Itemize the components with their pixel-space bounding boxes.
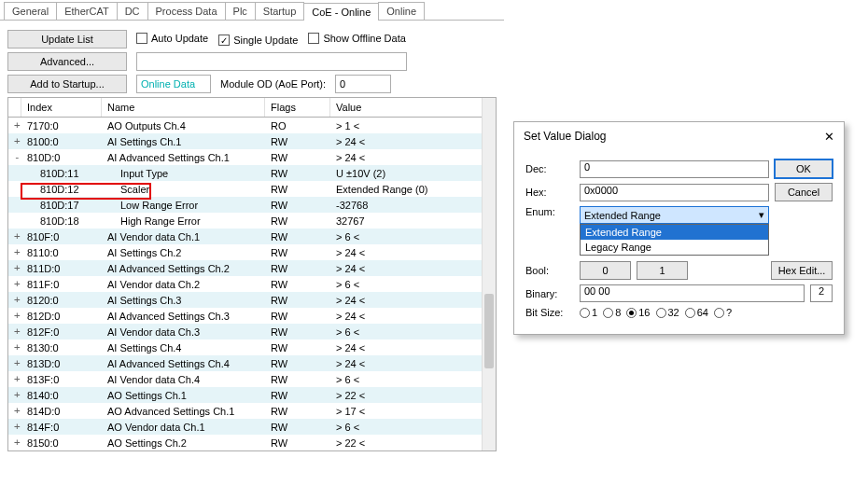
expand-icon[interactable]: +: [8, 135, 21, 147]
expand-icon[interactable]: +: [8, 357, 21, 369]
tab-general[interactable]: General: [4, 2, 57, 20]
binary-input[interactable]: 00 00: [580, 284, 805, 302]
table-row[interactable]: +812F:0AI Vendor data Ch.3RW> 6 <: [8, 324, 496, 340]
tab-process-data[interactable]: Process Data: [147, 2, 226, 20]
hex-edit-button[interactable]: Hex Edit...: [771, 261, 833, 280]
coe-table: Index Name Flags Value +7170:0AO Outputs…: [7, 97, 497, 451]
expand-icon[interactable]: +: [8, 421, 21, 433]
hex-label: Hex:: [525, 187, 574, 198]
col-flags[interactable]: Flags: [265, 98, 330, 117]
set-value-dialog: Set Value Dialog ✕ Dec: 0 OK Hex: 0x0000…: [513, 121, 845, 335]
online-data-field[interactable]: Online Data: [136, 75, 211, 93]
tab-plc[interactable]: Plc: [225, 2, 256, 20]
close-icon[interactable]: ✕: [824, 130, 834, 144]
show-offline-checkbox[interactable]: Show Offline Data: [308, 33, 405, 44]
table-row[interactable]: +814F:0AO Vendor data Ch.1RW> 6 <: [8, 419, 496, 435]
expand-icon[interactable]: +: [8, 436, 21, 449]
table-row[interactable]: +7170:0AO Outputs Ch.4RO> 1 <: [8, 118, 496, 133]
expand-icon[interactable]: -: [8, 151, 21, 163]
scrollbar[interactable]: [482, 98, 496, 450]
tab-coe-online[interactable]: CoE - Online: [303, 3, 379, 21]
col-name[interactable]: Name: [102, 98, 265, 117]
bitsize-radio-8[interactable]: 8: [603, 307, 621, 318]
bitsize-radio-64[interactable]: 64: [685, 307, 708, 318]
expand-icon[interactable]: +: [8, 373, 21, 385]
enum-option[interactable]: Extended Range: [581, 225, 768, 240]
table-row[interactable]: +811F:0AI Vendor data Ch.2RW> 6 <: [8, 276, 496, 292]
module-od-input[interactable]: 0: [335, 75, 391, 93]
enum-dropdown: Extended Range Legacy Range: [580, 224, 769, 256]
bitsize-radio-?[interactable]: ?: [714, 307, 732, 318]
enum-label: Enum:: [525, 206, 574, 217]
expand-icon[interactable]: +: [8, 294, 21, 306]
filter-input[interactable]: [136, 52, 407, 71]
add-to-startup-button[interactable]: Add to Startup...: [7, 75, 127, 93]
table-row[interactable]: -810D:0AI Advanced Settings Ch.1RW> 24 <: [8, 149, 496, 165]
module-od-label: Module OD (AoE Port):: [220, 78, 326, 90]
hex-input[interactable]: 0x0000: [580, 184, 769, 201]
expand-icon[interactable]: +: [8, 246, 21, 258]
tab-dc[interactable]: DC: [117, 2, 148, 20]
bool-label: Bool:: [525, 265, 574, 276]
table-row[interactable]: +812D:0AI Advanced Settings Ch.3RW> 24 <: [8, 308, 496, 324]
single-update-checkbox[interactable]: ✓Single Update: [218, 35, 298, 46]
update-list-button[interactable]: Update List: [7, 30, 127, 48]
bitsize-label: Bit Size:: [525, 307, 574, 318]
expand-icon[interactable]: +: [8, 262, 21, 274]
bool-1-button[interactable]: 1: [637, 261, 688, 280]
enum-option[interactable]: Legacy Range: [581, 240, 768, 255]
table-row[interactable]: +8130:0AI Settings Ch.4RW> 24 <: [8, 340, 496, 355]
table-row[interactable]: +811D:0AI Advanced Settings Ch.2RW> 24 <: [8, 260, 496, 276]
col-value[interactable]: Value: [330, 98, 496, 117]
chevron-down-icon: ▾: [759, 209, 764, 221]
table-row[interactable]: +8100:0AI Settings Ch.1RW> 24 <: [8, 133, 496, 149]
tab-online[interactable]: Online: [378, 2, 425, 20]
expand-icon[interactable]: +: [8, 326, 21, 338]
expand-icon[interactable]: +: [8, 389, 21, 401]
table-row[interactable]: +810F:0AI Vendor data Ch.1RW> 6 <: [8, 229, 496, 244]
auto-update-checkbox[interactable]: Auto Update: [136, 33, 208, 44]
cancel-button[interactable]: Cancel: [775, 183, 833, 201]
tab-startup[interactable]: Startup: [255, 2, 304, 20]
enum-select[interactable]: Extended Range ▾: [580, 206, 769, 224]
expand-icon[interactable]: +: [8, 230, 21, 242]
table-row[interactable]: +8150:0AO Settings Ch.2RW> 22 <: [8, 435, 496, 450]
bitsize-radio-32[interactable]: 32: [656, 307, 679, 318]
highlight-marker: [21, 183, 151, 200]
bitsize-radio-1[interactable]: 1: [580, 307, 597, 318]
expand-icon[interactable]: +: [8, 341, 21, 353]
table-row[interactable]: 810D:18High Range ErrorRW32767: [8, 213, 496, 229]
bitsize-radio-16[interactable]: 16: [626, 307, 650, 318]
table-row[interactable]: +8110:0AI Settings Ch.2RW> 24 <: [8, 244, 496, 260]
table-row[interactable]: +814D:0AO Advanced Settings Ch.1RW> 17 <: [8, 403, 496, 419]
binary-label: Binary:: [525, 288, 574, 299]
advanced-button[interactable]: Advanced...: [7, 52, 127, 71]
tab-ethercat[interactable]: EtherCAT: [56, 2, 117, 20]
expand-icon[interactable]: +: [8, 405, 21, 417]
table-row[interactable]: +813F:0AI Vendor data Ch.4RW> 6 <: [8, 371, 496, 387]
binary-len[interactable]: 2: [810, 284, 833, 302]
table-row[interactable]: 810D:11Input TypeRWU ±10V (2): [8, 165, 496, 181]
expand-icon[interactable]: +: [8, 310, 21, 322]
expand-icon[interactable]: +: [8, 119, 21, 132]
ok-button[interactable]: OK: [775, 159, 833, 178]
dec-input[interactable]: 0: [580, 160, 769, 178]
table-row[interactable]: +8120:0AI Settings Ch.3RW> 24 <: [8, 292, 496, 308]
expand-icon[interactable]: +: [8, 278, 21, 290]
bool-0-button[interactable]: 0: [580, 261, 631, 280]
table-row[interactable]: +8140:0AO Settings Ch.1RW> 22 <: [8, 387, 496, 403]
col-index[interactable]: Index: [21, 98, 102, 117]
table-row[interactable]: +813D:0AI Advanced Settings Ch.4RW> 24 <: [8, 355, 496, 371]
dec-label: Dec:: [525, 163, 574, 174]
dialog-title: Set Value Dialog: [524, 130, 607, 144]
